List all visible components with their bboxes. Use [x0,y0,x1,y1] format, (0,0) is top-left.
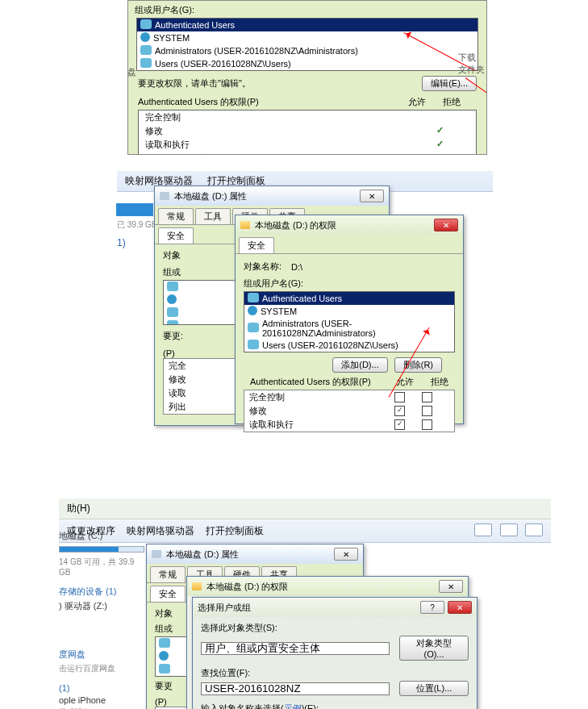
user-system[interactable]: SYSTEM [244,305,454,318]
object-type-value [201,642,390,655]
section-header: 度网盘 [59,640,144,662]
count-label: 1) [117,237,126,248]
group-icon [248,323,259,334]
help-menu[interactable]: 助(H) [67,502,90,515]
tab-security[interactable]: 安全 [158,227,194,244]
deny-checkbox[interactable] [422,392,432,402]
drive-c[interactable]: 地磁盘 (C:) [59,529,144,543]
user-users[interactable]: Users (USER-20161028NZ\Users) [137,57,477,70]
dialog-title: 选择用户或组 [198,602,251,614]
close-button[interactable]: ✕ [334,548,358,561]
group-icon [140,19,152,31]
add-button[interactable]: 添加(D)... [332,357,387,373]
user-authenticated[interactable]: Authenticated Users [137,19,477,31]
perm-item: 读取和执行 [249,419,394,431]
group-user-label: 组或用户名(G): [130,2,485,18]
toolbar-item[interactable]: 打开控制面板 [206,524,264,538]
user-list[interactable]: Authenticated Users SYSTEM Administrator… [136,18,478,71]
group-icon [140,58,152,69]
usage-bar [59,546,144,553]
dialog-title: 本地磁盘 (D:) 属性 [174,190,247,202]
edit-button[interactable]: 编辑(E)... [422,76,477,91]
view-list-icon[interactable] [500,523,518,536]
examples-link[interactable]: 示例 [284,703,302,709]
dialog-title: 本地磁盘 (D:) 的权限 [206,581,288,593]
permission-list[interactable]: 完全控制 修改✓ 读取和执行✓ 列出文件夹内容✓ 读取✓ 写入 [138,110,477,155]
remove-button[interactable]: 删除(R) [394,357,442,373]
tab-security[interactable]: 安全 [239,237,274,253]
user-system[interactable]: SYSTEM [137,31,477,44]
user-label: SYSTEM [261,307,297,316]
group-icon [167,320,178,325]
explorer-side-panel: 地磁盘 (C:) 14 GB 可用，共 39.9 GB 存储的设备 (1) ) … [59,529,144,709]
object-type-button[interactable]: 对象类型(O)... [399,636,469,661]
deny-col: 拒绝 [443,97,461,106]
edit-hint: 要更改权限，请单击"编辑"。 [138,77,251,90]
user-label: Users (USER-20161028NZ\Users) [262,340,398,350]
drive-z[interactable]: ) 驱动器 (Z:) [59,599,144,613]
system-icon [248,306,257,317]
close-button[interactable]: ✕ [448,601,472,614]
close-button[interactable]: ✕ [360,190,384,202]
user-label: SYSTEM [153,33,190,43]
device-iphone[interactable]: ople iPhone [59,694,144,706]
drive-selection-icon [116,203,153,216]
user-label: Users (USER-20161028NZ\Users) [155,59,291,69]
cropped-text: 下载 文件夹 [458,52,485,76]
allow-checkbox[interactable] [394,419,405,430]
perm-item: 修改 [145,125,163,137]
user-users[interactable]: Users (USER-20161028NZ\Users) [244,339,454,352]
group-icon [248,340,259,351]
allow-col: 允许 [408,97,426,106]
tab-tools[interactable]: 工具 [195,208,231,224]
permission-list[interactable]: 完全控制 修改 读取和执行 [244,390,455,432]
perm-item: 列出文件夹内容 [145,152,207,155]
group-label: 组或用户名(G): [244,277,455,290]
section-count: (1) [59,675,144,694]
dialog-title: 本地磁盘 (D:) 属性 [166,548,239,561]
object-name-value: D:\ [291,262,302,272]
deny-col: 拒绝 [431,377,448,386]
deny-checkbox[interactable] [422,406,432,416]
properties-security-panel: 组或用户名(G): Authenticated Users SYSTEM Adm… [127,0,487,155]
permissions-for-label: Authenticated Users 的权限(P) [138,96,259,108]
user-admins[interactable]: Administrators (USER-20161028NZ\Administ… [137,44,477,57]
object-name-label: 对象名称: [244,261,281,273]
perm-item: 读取和执行 [145,139,190,151]
system-icon [167,294,177,306]
location-value [201,682,390,695]
object-type-label: 选择此对象类型(S): [201,622,469,634]
help-button[interactable]: ? [420,601,444,614]
view-mode-buttons[interactable] [469,523,543,539]
perm-item: 修改 [249,405,394,417]
allow-checkbox[interactable] [394,392,405,402]
user-label: Authenticated Users [155,20,235,30]
close-button[interactable]: ✕ [434,219,458,231]
perm-item: 完全控制 [249,391,394,403]
user-authenticated[interactable]: Authenticated Users [244,292,454,305]
close-button[interactable]: ✕ [439,580,463,593]
tab-general[interactable]: 常规 [150,566,186,582]
user-label: Authenticated Users [262,294,342,303]
tab-general[interactable]: 常规 [158,208,194,224]
cropped-text: 盘 [127,66,136,78]
tab-security[interactable]: 安全 [150,586,186,602]
allow-col: 允许 [396,377,414,386]
deny-checkbox[interactable] [422,419,432,430]
allow-checkbox[interactable] [394,406,405,416]
dialog-title: 本地磁盘 (D:) 的权限 [255,219,336,231]
drive-icon [152,550,161,558]
group-icon [167,307,178,319]
user-list[interactable]: Authenticated Users SYSTEM Administrator… [244,291,455,352]
drive-info: 14 GB 可用，共 39.9 GB [59,556,144,578]
section-header: 存储的设备 (1) [59,578,144,599]
help-icon[interactable] [525,523,543,536]
view-icons-icon[interactable] [474,523,492,536]
name-label: 输入对象名称来选择(示例)(E): [201,703,469,709]
group-icon [159,664,170,675]
drive-icon [160,192,169,200]
location-button[interactable]: 位置(L)... [399,681,469,696]
user-label: Administrators (USER-20161028NZ\Administ… [155,46,358,56]
group-icon [140,45,152,56]
user-admins[interactable]: Administrators (USER-20161028NZ\Administ… [244,318,454,339]
